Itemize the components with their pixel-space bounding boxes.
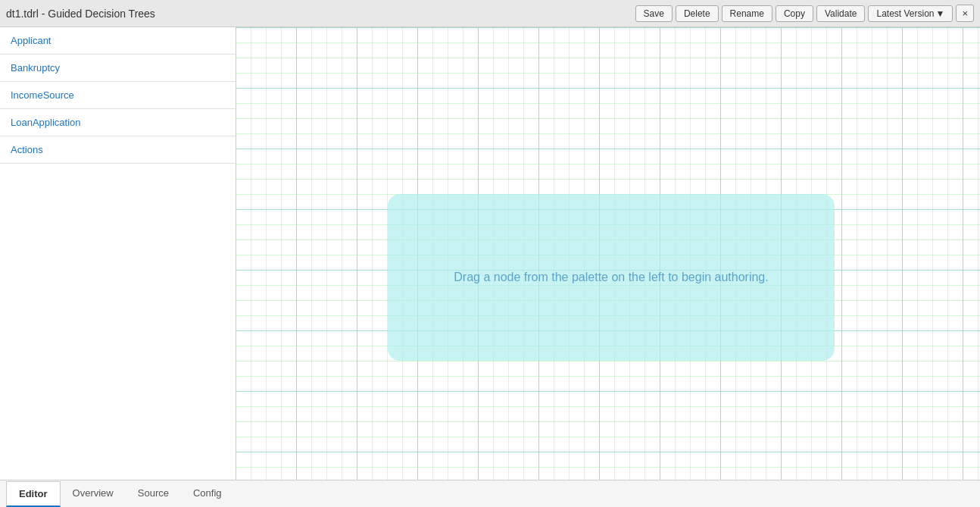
rename-button[interactable]: Rename [722, 5, 772, 22]
palette-sidebar: Applicant Bankruptcy IncomeSource LoanAp… [0, 27, 236, 480]
sidebar-item-applicant[interactable]: Applicant [0, 27, 236, 55]
main-area: Applicant Bankruptcy IncomeSource LoanAp… [0, 27, 980, 480]
latest-version-button[interactable]: Latest Version ▼ [868, 5, 953, 22]
save-button[interactable]: Save [635, 5, 673, 22]
page-title: dt1.tdrl - Guided Decision Trees [6, 8, 155, 20]
sidebar-item-loanapplication[interactable]: LoanApplication [0, 109, 236, 136]
tab-editor[interactable]: Editor [6, 481, 61, 507]
title-bar: dt1.tdrl - Guided Decision Trees Save De… [0, 0, 980, 27]
drop-zone: Drag a node from the palette on the left… [388, 194, 835, 361]
bottom-tabs: Editor Overview Source Config [0, 480, 980, 507]
validate-button[interactable]: Validate [816, 5, 865, 22]
close-button[interactable]: × [956, 5, 974, 22]
delete-button[interactable]: Delete [676, 5, 719, 22]
toolbar-buttons: Save Delete Rename Copy Validate Latest … [635, 5, 974, 22]
copy-button[interactable]: Copy [776, 5, 813, 22]
tab-source[interactable]: Source [126, 481, 181, 506]
tab-overview[interactable]: Overview [61, 481, 126, 506]
tab-config[interactable]: Config [181, 481, 234, 506]
chevron-down-icon: ▼ [936, 8, 945, 19]
decision-tree-canvas[interactable]: Drag a node from the palette on the left… [236, 27, 980, 480]
sidebar-item-bankruptcy[interactable]: Bankruptcy [0, 55, 236, 82]
sidebar-item-actions[interactable]: Actions [0, 136, 236, 164]
sidebar-item-incomesource[interactable]: IncomeSource [0, 82, 236, 109]
